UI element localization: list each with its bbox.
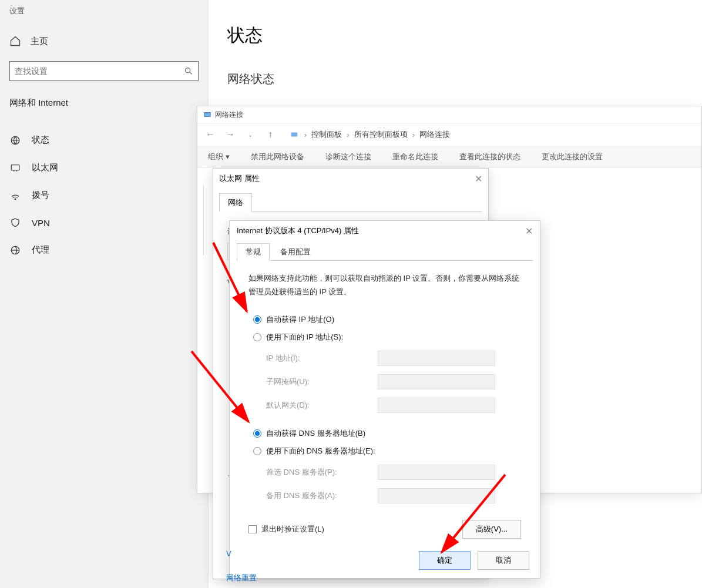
search-icon [184,66,193,76]
subnet-row: 子网掩码(U): [266,374,521,389]
search-box[interactable] [9,61,199,81]
page-title: 状态 [227,23,702,48]
link-v[interactable]: V [226,549,231,558]
tab-network[interactable]: 网络 [219,193,252,212]
window-title: 网络连接 [215,110,243,120]
gateway-label: 默认网关(D): [266,400,378,411]
svg-point-0 [186,68,190,73]
back-arrow-icon[interactable]: ← [203,127,217,142]
radio-icon [253,333,261,341]
breadcrumb-item[interactable]: 网络连接 [419,129,450,140]
sidebar-item-label: 状态 [32,135,49,146]
search-input[interactable] [15,66,184,76]
vpn-icon [9,217,21,228]
window-nav: ← → ⌄ ↑ › 控制面板› 所有控制面板项› 网络连接 [197,123,701,146]
home-link[interactable]: 主页 [0,29,208,53]
sidebar-item-dialup[interactable]: 拨号 [0,182,208,209]
dropdown-arrow-icon[interactable]: ⌄ [243,127,257,142]
radio-icon [253,315,261,324]
sidebar-item-label: VPN [32,218,50,228]
toolbar-organize[interactable]: 组织 ▾ [197,152,240,162]
svg-rect-9 [204,113,211,117]
dns-alternate-row: 备用 DNS 服务器(A): [266,488,521,503]
radio-manual-ip[interactable]: 使用下面的 IP 地址(S): [253,332,521,342]
radio-label: 自动获得 IP 地址(O) [266,314,334,325]
sidebar-item-label: 拨号 [32,190,49,201]
settings-app-title: 设置 [0,6,208,29]
link-network-reset[interactable]: 网络重置 [226,573,257,583]
svg-line-1 [190,72,192,74]
radio-label: 使用下面的 IP 地址(S): [266,332,343,342]
status-icon [9,135,21,146]
advanced-button[interactable]: 高级(V)... [462,520,521,539]
close-icon[interactable]: ✕ [475,173,482,184]
sidebar-item-proxy[interactable]: 代理 [0,236,208,264]
breadcrumb[interactable]: › 控制面板› 所有控制面板项› 网络连接 [289,129,450,140]
dialog-body: 如果网络支持此功能，则可以获取自动指派的 IP 设置。否则，你需要从网络系统管理… [237,260,533,545]
ip-address-row: IP 地址(I): [266,351,521,366]
window-titlebar[interactable]: 网络连接 [197,106,701,123]
subnet-input [378,374,495,389]
dialog-titlebar[interactable]: Internet 协议版本 4 (TCP/IPv4) 属性 ✕ [230,221,540,241]
toolbar-diagnose[interactable]: 诊断这个连接 [315,152,382,162]
radio-manual-dns[interactable]: 使用下面的 DNS 服务器地址(E): [253,446,521,456]
toolbar-disable[interactable]: 禁用此网络设备 [240,152,315,162]
checkbox-icon [248,525,257,533]
breadcrumb-item[interactable]: 所有控制面板项 [354,129,408,140]
proxy-icon [9,245,21,256]
radio-icon [253,447,261,455]
radio-label: 自动获得 DNS 服务器地址(B) [266,428,365,439]
network-folder-icon [203,110,211,119]
ipv4-description: 如果网络支持此功能，则可以获取自动指派的 IP 设置。否则，你需要从网络系统管理… [248,271,521,299]
dns-alternate-input [378,488,495,503]
home-icon [9,35,21,47]
tab-alternate[interactable]: 备用配置 [272,244,319,260]
radio-auto-dns[interactable]: 自动获得 DNS 服务器地址(B) [253,428,521,439]
forward-arrow-icon[interactable]: → [223,127,237,142]
close-icon[interactable]: ✕ [525,226,533,237]
cancel-button[interactable]: 取消 [478,551,529,570]
ip-address-label: IP 地址(I): [266,353,378,364]
svg-rect-10 [291,133,298,137]
toolbar-change-settings[interactable]: 更改此连接的设置 [531,152,613,162]
network-status-heading: 网络状态 [227,71,702,87]
toolbar-rename[interactable]: 重命名此连接 [382,152,449,162]
sidebar-item-ethernet[interactable]: 以太网 [0,154,208,182]
radio-label: 使用下面的 DNS 服务器地址(E): [266,446,375,456]
ethernet-icon [9,163,21,173]
radio-auto-ip[interactable]: 自动获得 IP 地址(O) [253,314,521,325]
dialog-title: Internet 协议版本 4 (TCP/IPv4) 属性 [237,226,359,236]
up-arrow-icon[interactable]: ↑ [263,127,277,142]
dns-preferred-input [378,465,495,480]
gateway-row: 默认网关(D): [266,398,521,413]
tab-general[interactable]: 常规 [237,243,270,261]
window-toolbar: 组织 ▾ 禁用此网络设备 诊断这个连接 重命名此连接 查看此连接的状态 更改此连… [197,146,701,167]
sidebar-item-vpn[interactable]: VPN [0,209,208,236]
ipv4-tabs: 常规 备用配置 [237,243,540,261]
sidebar-item-status[interactable]: 状态 [0,126,208,154]
svg-point-6 [15,199,16,200]
section-header: 网络和 Internet [0,93,208,116]
sidebar-item-label: 以太网 [32,162,58,173]
svg-rect-3 [11,164,19,170]
dialog-title: 以太网 属性 [219,173,260,184]
radio-icon [253,429,261,438]
gateway-input [378,398,495,413]
home-label: 主页 [31,36,48,47]
toolbar-view-status[interactable]: 查看此连接的状态 [449,152,531,162]
validate-checkbox-row[interactable]: 退出时验证设置(L) [248,524,324,535]
ip-address-input [378,351,495,366]
validate-label: 退出时验证设置(L) [261,524,324,535]
breadcrumb-item[interactable]: 控制面板 [311,129,342,140]
network-panel-icon [290,130,298,139]
dialup-icon [9,190,21,201]
dns-preferred-label: 首选 DNS 服务器(P): [266,467,378,478]
dns-preferred-row: 首选 DNS 服务器(P): [266,465,521,480]
ipv4-properties-dialog: Internet 协议版本 4 (TCP/IPv4) 属性 ✕ 常规 备用配置 … [229,220,540,579]
subnet-label: 子网掩码(U): [266,377,378,387]
ok-button[interactable]: 确定 [419,551,471,570]
settings-sidebar: 设置 主页 网络和 Internet 状态 以太网 拨号 VPN [0,0,209,588]
dialog-titlebar[interactable]: 以太网 属性 ✕ [213,169,488,189]
dns-alternate-label: 备用 DNS 服务器(A): [266,490,378,501]
adapter-edge [203,185,210,256]
